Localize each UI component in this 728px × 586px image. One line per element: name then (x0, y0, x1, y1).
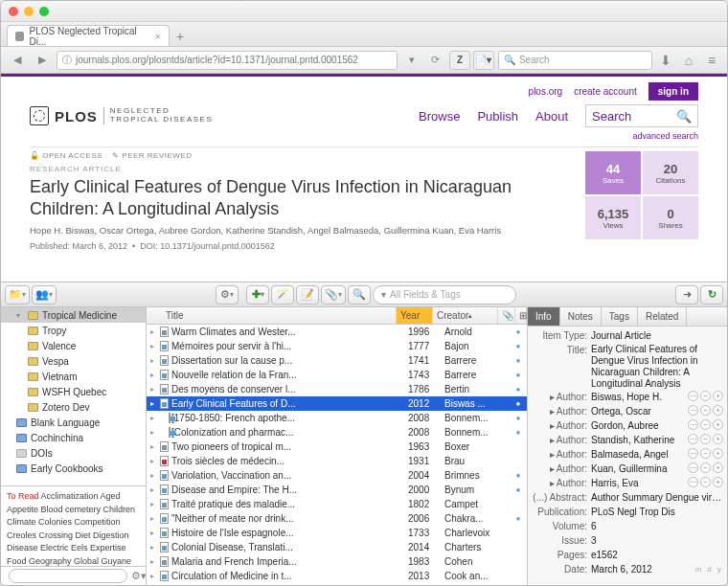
item-row[interactable]: ▸Histoire de l'Isle espagnole...1733Char… (147, 526, 527, 540)
zotero-connector-button[interactable]: Z (449, 51, 470, 70)
item-row[interactable]: ▸Mémoires pour servir à l'hi...1777Bajon… (147, 339, 527, 353)
sync-button[interactable]: ↻ (700, 285, 723, 304)
item-row[interactable]: ▸Nouvelle relation de la Fran...1743Barr… (147, 368, 527, 382)
item-row[interactable]: ▸Two pioneers of tropical m...1963Boxer (147, 440, 527, 454)
add-author-icon[interactable]: + (713, 419, 723, 430)
create-account-link[interactable]: create account (574, 86, 637, 97)
remove-author-icon[interactable]: − (700, 405, 711, 416)
field-options-icon[interactable]: ⋯ (688, 419, 698, 430)
tab-related[interactable]: Related (638, 307, 687, 326)
item-row[interactable]: ▸Disease and Empire: The H...2000Bynum● (147, 483, 527, 497)
forward-button[interactable]: ▶ (32, 51, 53, 70)
collection-item[interactable]: Zotero Dev (1, 399, 146, 415)
collection-item[interactable]: Early Cookbooks (1, 461, 146, 476)
nav-browse[interactable]: Browse (419, 109, 460, 124)
back-button[interactable]: ◀ (7, 51, 28, 70)
add-author-icon[interactable]: + (713, 462, 723, 473)
advanced-search-link[interactable]: advanced search (30, 131, 698, 141)
maximize-icon[interactable] (39, 7, 49, 16)
remove-author-icon[interactable]: − (700, 391, 711, 401)
attach-button[interactable]: 📎 (321, 285, 346, 304)
col-year[interactable]: Year (397, 307, 433, 324)
add-author-icon[interactable]: + (713, 405, 723, 416)
remove-author-icon[interactable]: − (700, 434, 711, 444)
site-logo[interactable]: PLOS NEGLECTEDTROPICAL DISEASES (30, 106, 213, 125)
new-collection-button[interactable]: 📁 (5, 285, 30, 304)
item-row[interactable]: ▸Malaria and French Imperia...1983Cohen (147, 554, 527, 569)
tag-menu-icon[interactable]: ⚙▾ (131, 570, 147, 582)
close-icon[interactable] (9, 7, 18, 16)
item-row[interactable]: ▸Trois siècles de médecin...1931Brau (147, 454, 527, 468)
column-headers[interactable]: Title Year Creator ▴ 📎 ⊞ (147, 307, 527, 325)
tab-tags[interactable]: Tags (602, 307, 638, 326)
item-row[interactable]: ▸Early Clinical Features of D...2012Bisw… (147, 396, 527, 411)
tag-filter-input[interactable] (9, 569, 127, 583)
url-field[interactable]: ⓘ journals.plos.org/plosntds/article?id=… (57, 51, 398, 70)
item-row[interactable]: ▸[Colonization and pharmac...2008Bonnem.… (147, 425, 527, 440)
tab-info[interactable]: Info (528, 307, 560, 326)
locate-button[interactable]: ➜ (675, 285, 698, 304)
field-options-icon[interactable]: ⋯ (688, 391, 698, 401)
add-author-icon[interactable]: + (713, 448, 723, 459)
dropdown-icon[interactable]: ▾ (401, 51, 422, 70)
new-group-button[interactable]: 👥 (32, 285, 57, 304)
col-menu-icon[interactable]: ⊞ (515, 307, 527, 324)
nav-publish[interactable]: Publish (477, 109, 518, 124)
col-creator[interactable]: Creator ▴ (433, 307, 498, 324)
minimize-icon[interactable] (24, 7, 34, 16)
new-tab-button[interactable]: + (170, 27, 191, 46)
site-search-input[interactable]: Search 🔍 (585, 104, 698, 127)
field-options-icon[interactable]: ⋯ (688, 448, 698, 459)
item-row[interactable]: ▸Variolation, Vaccination an...2004Brimn… (147, 468, 527, 483)
new-item-button[interactable]: ✚ (246, 285, 269, 304)
item-row[interactable]: ▸[1750-1850: French apothe...2008Bonnem.… (147, 411, 527, 425)
collection-item[interactable]: Vespa (1, 353, 146, 369)
browser-search-field[interactable]: 🔍 Search (498, 51, 652, 70)
hamburger-menu-icon[interactable]: ≡ (702, 51, 721, 70)
item-row[interactable]: ▸"Neither of meate nor drink...2006Chakr… (147, 511, 527, 526)
remove-author-icon[interactable]: − (700, 419, 711, 430)
add-author-icon[interactable]: + (713, 477, 723, 487)
metric-citations[interactable]: 20Citations (643, 151, 698, 194)
download-icon[interactable]: ⬇ (656, 51, 675, 70)
browser-tab[interactable]: PLOS Neglected Tropical Di... × (7, 25, 170, 46)
col-title[interactable]: Title (147, 307, 397, 324)
collection-item[interactable]: WSFH Quebec (1, 384, 146, 399)
save-to-zotero-button[interactable]: 📄▾ (473, 51, 494, 70)
collection-item[interactable]: Tropy (1, 323, 146, 338)
add-author-icon[interactable]: + (713, 434, 723, 444)
item-row[interactable]: ▸Warm Climates and Wester...1996Arnold● (147, 325, 527, 339)
remove-author-icon[interactable]: − (700, 448, 711, 459)
field-options-icon[interactable]: ⋯ (688, 462, 698, 473)
field-options-icon[interactable]: ⋯ (688, 405, 698, 416)
field-options-icon[interactable]: ⋯ (688, 434, 698, 444)
remove-author-icon[interactable]: − (700, 477, 711, 487)
col-attachment[interactable]: 📎 (498, 307, 515, 324)
tab-close-icon[interactable]: × (155, 31, 161, 42)
collection-item[interactable]: Vietnam (1, 369, 146, 384)
metric-saves[interactable]: 44Saves (585, 151, 641, 194)
item-row[interactable]: ▸Colonial Disease, Translati...2014Chart… (147, 540, 527, 554)
sign-in-button[interactable]: sign in (648, 82, 698, 101)
collection-item[interactable]: Cochinchina (1, 430, 146, 445)
nav-about[interactable]: About (535, 109, 568, 124)
reload-button[interactable]: ⟳ (425, 51, 446, 70)
zotero-search-input[interactable]: ▾ All Fields & Tags (373, 285, 516, 304)
collection-item[interactable]: ▾Tropical Medicine (1, 307, 146, 323)
item-row[interactable]: ▸Des moyens de conserver l...1786Bertin● (147, 382, 527, 396)
collection-item[interactable]: DOIs (1, 445, 146, 461)
new-note-button[interactable]: 📝 (296, 285, 319, 304)
collection-item[interactable]: Valence (1, 338, 146, 353)
remove-author-icon[interactable]: − (700, 462, 711, 473)
collection-item[interactable]: Blank Language (1, 415, 146, 430)
actions-gear-button[interactable]: ⚙ (216, 285, 239, 304)
add-author-icon[interactable]: + (713, 391, 723, 401)
item-row[interactable]: ▸Circulation of Medicine in t...2013Cook… (147, 569, 527, 583)
item-row[interactable]: ▸Traité pratique des maladie...1802Campe… (147, 497, 527, 511)
field-options-icon[interactable]: ⋯ (688, 477, 698, 487)
tag-selector[interactable]: To Read Acclimatization Aged Appetite Bl… (1, 485, 146, 566)
advanced-search-button[interactable]: 🔍 (348, 285, 371, 304)
tab-notes[interactable]: Notes (560, 307, 602, 326)
metric-views[interactable]: 6,135Views (585, 196, 641, 239)
item-row[interactable]: ▸Dissertation sur la cause p...1741Barre… (147, 353, 527, 368)
